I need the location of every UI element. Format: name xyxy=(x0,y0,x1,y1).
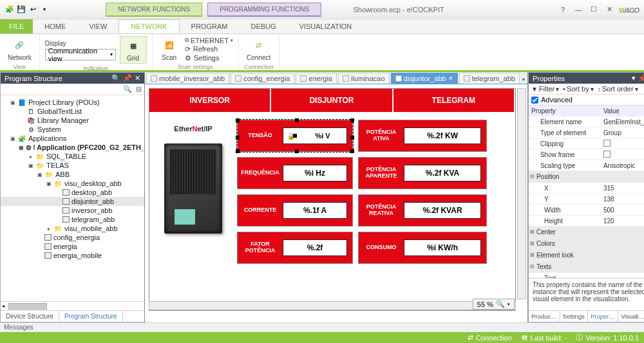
scan-button[interactable]: 📶 Scan xyxy=(158,36,181,62)
clipping-checkbox[interactable] xyxy=(603,140,611,147)
doc-tab-disjuntor[interactable]: disjuntor_abb✕ xyxy=(391,73,458,84)
card-potencia-aparente[interactable]: POTÊNCIA APARENTE%.2f KVA xyxy=(358,157,487,189)
tree-scrollbar-h[interactable]: ◂ xyxy=(1,301,144,310)
subtab-disjuntor[interactable]: DISJUNTOR xyxy=(271,89,393,112)
advanced-label: Advanced xyxy=(541,96,573,104)
tree-collapse-icon[interactable]: ⊟ xyxy=(136,85,142,93)
pin-icon[interactable]: 📌 xyxy=(123,74,132,82)
connect-button[interactable]: ⇄ Connect xyxy=(244,36,273,62)
tab-produc[interactable]: Produc… xyxy=(529,311,560,322)
gear-icon: ⚙ xyxy=(185,54,191,62)
visualization-canvas[interactable]: INVERSOR DISJUNTOR TELEGRAM EtherNet/IP … xyxy=(149,88,516,311)
file-tab[interactable]: FILE xyxy=(0,19,33,33)
card-potencia-ativa[interactable]: POTÊNCIA ATIVA%.2f KW xyxy=(358,120,487,152)
tab-view[interactable]: VIEW xyxy=(77,19,118,33)
ethernet-icon: ⧉ xyxy=(185,37,189,44)
card-potencia-reativa[interactable]: POTÊNCIA REATIVA%.2f KVAR xyxy=(358,194,487,227)
tab-visualization[interactable]: VISUALIZATION xyxy=(288,19,364,33)
context-tab-network-functions[interactable]: NETWORK FUNCTIONS xyxy=(106,3,202,17)
device-image xyxy=(164,144,222,234)
minimize-icon[interactable]: — xyxy=(571,3,585,16)
tab-device-structure[interactable]: Device Structure xyxy=(1,311,59,322)
tab-network[interactable]: NETWORK xyxy=(118,19,179,33)
tree-search-icon[interactable]: 🔍 xyxy=(123,85,132,93)
scan-interface-combo[interactable]: ⧉ ETHERNET ▾ xyxy=(185,37,233,44)
group-label-connection: Connection xyxy=(244,62,274,72)
card-tensao[interactable]: TENSÃO 🔒%i V xyxy=(237,120,353,152)
tab-program[interactable]: PROGRAM xyxy=(180,19,240,33)
zoom-icon: 🔍 xyxy=(496,300,505,308)
tab-properties[interactable]: Proper… xyxy=(588,311,618,322)
program-tree[interactable]: ▣📘Project Library (POUs) 🗒GlobalTextList… xyxy=(1,95,144,301)
card-consumo[interactable]: CONSUMO%i KW/h xyxy=(358,232,487,264)
status-version: ⓘVersion: 1.10.0.1 xyxy=(576,333,639,342)
tab-program-structure[interactable]: Program Structure xyxy=(59,310,123,322)
panel-title-properties: Properties xyxy=(533,75,565,82)
tab-home[interactable]: HOME xyxy=(33,19,77,33)
maximize-icon[interactable]: ☐ xyxy=(587,3,601,16)
build-icon: 🛠 xyxy=(521,334,528,342)
tab-settings[interactable]: Settings xyxy=(560,311,588,322)
help-icon[interactable]: ? xyxy=(556,3,570,16)
panel-title-program-structure: Program Structure xyxy=(5,75,62,82)
tab-debug[interactable]: DEBUG xyxy=(239,19,287,33)
chevron-down-icon: ▾ xyxy=(110,51,113,57)
doc-tab-energia[interactable]: energia xyxy=(296,73,337,84)
filter-button[interactable]: ▼ Filter ▾ xyxy=(531,85,559,93)
save-icon[interactable]: 💾 xyxy=(17,5,26,14)
network-icon: 🔗 xyxy=(10,37,28,53)
scan-icon: 📶 xyxy=(160,37,178,53)
sortorder-button[interactable]: ↕ Sort order ▾ xyxy=(598,85,638,93)
canvas-scrollbar-h[interactable] xyxy=(149,301,516,310)
grid-button[interactable]: ▦ Grid xyxy=(120,36,147,64)
display-combo[interactable]: Communication view▾ xyxy=(45,49,116,60)
canvas-scrollbar-v[interactable] xyxy=(517,88,526,299)
wago-logo: WAGO xyxy=(619,5,639,15)
tabs-overflow-icon[interactable]: ▾ xyxy=(520,75,527,84)
doc-tab-config-energia[interactable]: config_energia xyxy=(231,73,294,84)
advanced-checkbox[interactable] xyxy=(531,97,538,104)
card-corrente[interactable]: CORRENTE%.1f A xyxy=(237,194,353,227)
tab-visuali[interactable]: Visuali… xyxy=(618,311,644,322)
zoom-control[interactable]: 55 %🔍▾ xyxy=(473,299,515,310)
connect-icon: ⇄ xyxy=(250,37,268,53)
refresh-icon: ⟳ xyxy=(185,45,191,53)
search-icon[interactable]: 🔍 xyxy=(111,74,120,82)
panel-close-icon[interactable]: ✕ xyxy=(135,74,140,82)
window-title: Showroom.ecp - e!COCKPIT xyxy=(244,6,553,14)
status-last-build: 🛠Last build: - xyxy=(521,334,567,342)
connection-icon: ⇄ xyxy=(468,333,473,342)
card-frequencia[interactable]: FREQUÊNCIA%i Hz xyxy=(237,157,353,189)
ethernet-ip-logo: EtherNet/IP xyxy=(174,116,212,133)
sortby-button[interactable]: • Sort by ▾ xyxy=(563,85,593,93)
panel-menu-icon[interactable]: ▾ xyxy=(632,74,636,82)
status-connection[interactable]: ⇄Connection xyxy=(468,333,512,342)
settings-button[interactable]: ⚙Settings xyxy=(185,54,233,62)
pin-icon[interactable]: 📌 xyxy=(638,74,644,82)
subtab-telegram[interactable]: TELEGRAM xyxy=(393,89,515,112)
col-property: Property xyxy=(529,107,601,115)
doc-tab-mobile-inversor[interactable]: mobile_inversor_abb xyxy=(146,73,229,84)
property-description: This property contains the name of the i… xyxy=(529,278,644,310)
col-value: Value xyxy=(601,107,644,115)
tab-close-icon[interactable]: ✕ xyxy=(448,75,453,82)
close-icon[interactable]: ✕ xyxy=(602,3,616,16)
card-fator-potencia[interactable]: FATOR POTÊNCIA%.2f xyxy=(237,232,353,264)
display-label: Display xyxy=(45,40,66,47)
undo-icon[interactable]: ↩ xyxy=(28,5,37,14)
refresh-button[interactable]: ⟳Refresh xyxy=(185,45,233,53)
grid-icon: ▦ xyxy=(124,38,142,53)
document-tabs: mobile_inversor_abb config_energia energ… xyxy=(145,72,527,84)
qat-dropdown-icon[interactable]: ▾ xyxy=(40,5,49,14)
app-icon: 🧩 xyxy=(5,5,14,14)
subtab-inversor[interactable]: INVERSOR xyxy=(149,89,271,112)
group-label-scan: Scan settings xyxy=(178,62,213,72)
show-frame-checkbox[interactable] xyxy=(603,151,611,158)
network-view-button[interactable]: 🔗 Network xyxy=(5,36,34,62)
doc-tab-telegram[interactable]: telegram_abb xyxy=(459,73,520,84)
group-label-view: View xyxy=(14,62,26,72)
version-icon: ⓘ xyxy=(576,333,583,342)
property-grid[interactable]: Element nameGenElemInst_109 Type of elem… xyxy=(529,116,644,278)
doc-tab-iluminacao[interactable]: iluminacao xyxy=(338,73,390,84)
